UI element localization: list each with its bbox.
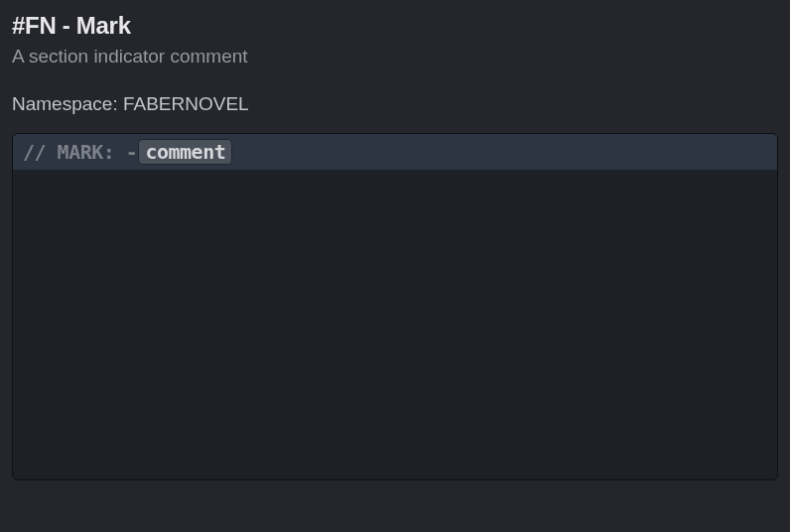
code-placeholder-token[interactable]: comment [139,140,231,164]
snippet-namespace: Namespace: FABERNOVEL [12,93,778,115]
namespace-label: Namespace: [12,93,123,114]
code-line: // MARK: - comment [13,134,777,170]
code-preview-box[interactable]: // MARK: - comment [12,133,778,480]
snippet-header: #FN - Mark A section indicator comment N… [12,12,778,115]
snippet-title: #FN - Mark [12,12,778,40]
code-prefix: // MARK: - [23,140,137,164]
namespace-value: FABERNOVEL [123,93,249,114]
snippet-subtitle: A section indicator comment [12,46,778,67]
